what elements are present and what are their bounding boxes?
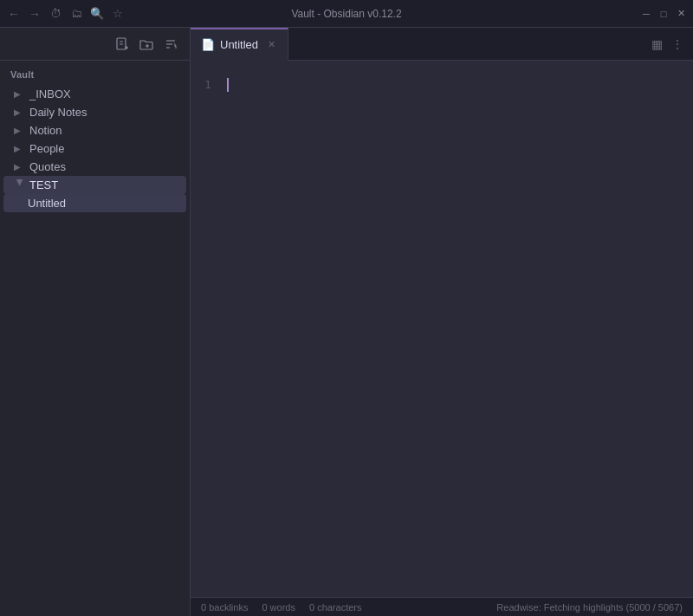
sidebar-item-label: TEST	[29, 178, 179, 191]
chevron-right-icon: ▶	[14, 126, 26, 135]
sidebar-item-label: Notion	[29, 124, 179, 137]
tab-close-button[interactable]: ✕	[265, 39, 277, 51]
chevron-right-icon: ▶	[14, 162, 26, 172]
recent-icon[interactable]: ⏱	[49, 7, 62, 21]
sidebar-toolbar	[0, 28, 190, 61]
sidebar-item-quotes[interactable]: ▶ Quotes	[3, 158, 186, 176]
readwise-status: Readwise: Fetching highlights (5000 / 50…	[496, 602, 683, 613]
back-button[interactable]: ←	[7, 7, 21, 21]
close-button[interactable]: ✕	[676, 9, 686, 19]
vault-label: Vault	[0, 66, 190, 85]
maximize-button[interactable]: □	[658, 9, 669, 19]
sidebar: Vault ▶ _INBOX ▶ Daily Notes ▶ Notion ▶ …	[0, 28, 191, 616]
sidebar-item-label: Untitled	[28, 197, 179, 210]
editor-cursor	[227, 78, 229, 92]
tab-bar: 📄 Untitled ✕ ▦ ⋮	[191, 28, 693, 61]
title-bar-right: ─ □ ✕	[641, 9, 686, 19]
sidebar-item-label: Daily Notes	[29, 106, 179, 119]
backlinks-status[interactable]: 0 backlinks	[201, 602, 248, 613]
sidebar-file-tree: Vault ▶ _INBOX ▶ Daily Notes ▶ Notion ▶ …	[0, 61, 190, 616]
file-icon: 📄	[201, 38, 215, 51]
chevron-right-icon: ▶	[14, 107, 26, 117]
sidebar-item-untitled[interactable]: Untitled	[3, 194, 186, 212]
open-folder-icon[interactable]: 🗂	[69, 7, 83, 21]
chevron-down-icon: ▶	[16, 179, 25, 191]
forward-button[interactable]: →	[28, 7, 42, 21]
sidebar-item-test[interactable]: ▶ TEST	[3, 176, 186, 194]
status-bar: 0 backlinks 0 words 0 characters Readwis…	[191, 597, 693, 616]
tab-bar-actions: ▦ ⋮	[641, 36, 693, 53]
chevron-right-icon: ▶	[14, 144, 26, 153]
window-title: Vault - Obsidian v0.12.2	[291, 8, 401, 20]
sidebar-item-notion[interactable]: ▶ Notion	[3, 121, 186, 139]
characters-status: 0 characters	[309, 602, 362, 613]
new-folder-button[interactable]	[138, 36, 155, 53]
editor-area: 📄 Untitled ✕ ▦ ⋮ 1 0 backlinks 0 words 0…	[191, 28, 693, 616]
search-icon[interactable]: 🔍	[90, 7, 104, 21]
line-number: 1	[204, 78, 211, 91]
new-file-button[interactable]	[113, 36, 131, 53]
chevron-right-icon: ▶	[14, 89, 26, 99]
sort-button[interactable]	[162, 36, 179, 53]
tab-title: Untitled	[220, 38, 258, 51]
main-layout: Vault ▶ _INBOX ▶ Daily Notes ▶ Notion ▶ …	[0, 28, 693, 616]
more-options-icon[interactable]: ⋮	[669, 36, 686, 53]
sidebar-item-label: _INBOX	[29, 88, 179, 101]
title-bar-left: ← → ⏱ 🗂 🔍 ☆	[7, 7, 125, 21]
sidebar-item-inbox[interactable]: ▶ _INBOX	[3, 85, 186, 103]
editor-tab-untitled[interactable]: 📄 Untitled ✕	[191, 28, 288, 61]
layout-icon[interactable]: ▦	[648, 36, 665, 53]
star-icon[interactable]: ☆	[111, 7, 125, 21]
words-status: 0 words	[262, 602, 295, 613]
title-bar: ← → ⏱ 🗂 🔍 ☆ Vault - Obsidian v0.12.2 ─ □…	[0, 0, 693, 28]
sidebar-item-daily-notes[interactable]: ▶ Daily Notes	[3, 103, 186, 121]
editor-content[interactable]: 1	[191, 61, 693, 597]
sidebar-item-label: Quotes	[29, 160, 179, 173]
minimize-button[interactable]: ─	[641, 9, 651, 19]
sidebar-item-label: People	[29, 142, 179, 155]
sidebar-item-people[interactable]: ▶ People	[3, 139, 186, 158]
